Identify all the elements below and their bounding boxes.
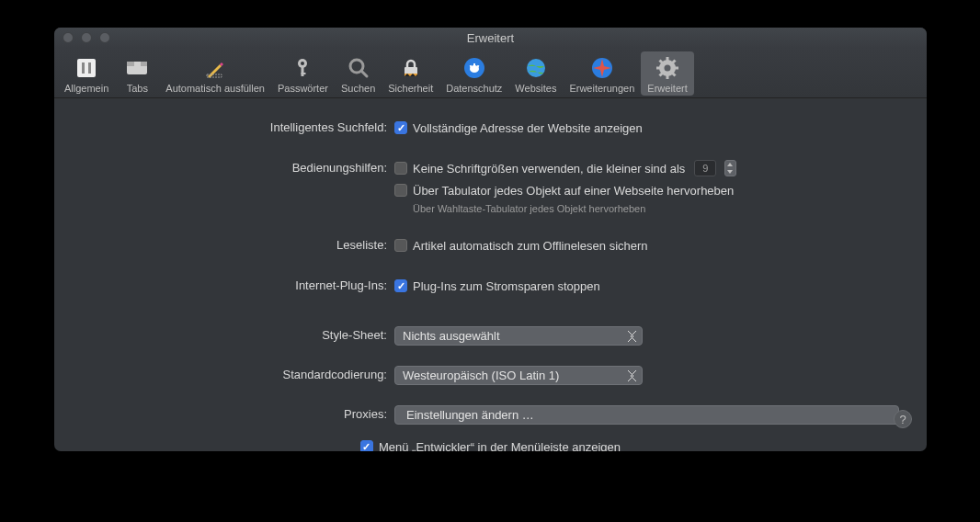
preferences-window: Erweitert Allgemein Tabs Automatisch aus… — [54, 28, 927, 451]
search-icon — [346, 55, 371, 81]
svg-rect-27 — [674, 67, 678, 70]
min-font-checkbox[interactable] — [394, 162, 407, 175]
svg-rect-9 — [302, 67, 304, 76]
content-pane: Intelligentes Suchfeld: Vollständige Adr… — [54, 98, 927, 441]
autofill-icon — [202, 55, 228, 81]
encoding-value: Westeuropäisch (ISO Latin 1) — [403, 369, 559, 382]
privacy-icon — [462, 55, 487, 81]
svg-rect-16 — [473, 63, 475, 67]
svg-rect-26 — [656, 67, 661, 70]
tab-label: Websites — [515, 83, 556, 94]
power-save-checkbox[interactable] — [394, 279, 407, 292]
svg-point-23 — [665, 65, 671, 72]
tab-autofill[interactable]: Automatisch ausfüllen — [159, 51, 271, 96]
smart-search-label: Intelligentes Suchfeld: — [82, 119, 394, 134]
globe-icon — [523, 55, 549, 81]
tab-label: Erweiterungen — [569, 83, 634, 94]
min-font-value[interactable]: 9 — [694, 160, 716, 176]
help-label: ? — [899, 413, 906, 426]
svg-rect-25 — [667, 74, 669, 79]
plugins-label: Internet-Plug-Ins: — [82, 277, 394, 292]
tab-label: Automatisch ausfüllen — [165, 83, 265, 94]
tab-websites[interactable]: Websites — [508, 51, 563, 96]
extensions-icon — [589, 55, 615, 81]
stylesheet-value: Nichts ausgewählt — [403, 329, 500, 343]
tab-advanced[interactable]: Erweitert — [641, 51, 693, 96]
accessibility-label: Bedienungshilfen: — [82, 159, 394, 175]
svg-rect-2 — [88, 62, 91, 74]
svg-rect-10 — [302, 73, 306, 74]
tab-search[interactable]: Suchen — [335, 51, 382, 96]
tab-highlight-checkbox[interactable] — [394, 184, 407, 197]
tab-label: Datenschutz — [446, 83, 502, 94]
svg-rect-1 — [82, 62, 85, 74]
toolbar: Allgemein Tabs Automatisch ausfüllen Pas… — [54, 48, 927, 98]
tabs-icon — [124, 55, 150, 81]
minimize-button[interactable] — [81, 32, 92, 43]
tab-label: Suchen — [341, 83, 375, 94]
titlebar: Erweitert — [54, 28, 927, 48]
tab-security[interactable]: Sicherheit — [382, 51, 439, 96]
gear-icon — [655, 55, 680, 81]
tab-label: Sicherheit — [388, 83, 433, 94]
tab-passwords[interactable]: Passwörter — [271, 51, 335, 96]
tab-privacy[interactable]: Datenschutz — [439, 51, 508, 96]
encoding-label: Standardcodierung: — [82, 366, 394, 381]
tab-label: Erweitert — [647, 83, 687, 94]
svg-point-19 — [527, 59, 545, 77]
proxies-button[interactable]: Einstellungen ändern … — [394, 405, 899, 425]
tab-tabs[interactable]: Tabs — [115, 51, 159, 96]
tab-label: Allgemein — [64, 83, 108, 94]
dev-menu-text: Menü „Entwickler“ in der Menüleiste anze… — [379, 440, 621, 452]
reading-list-label: Leseliste: — [82, 236, 394, 252]
svg-line-12 — [361, 71, 367, 76]
key-icon — [290, 55, 315, 81]
encoding-dropdown[interactable]: Westeuropäisch (ISO Latin 1) — [394, 366, 643, 385]
svg-rect-24 — [667, 57, 669, 62]
tab-label: Passwörter — [278, 83, 328, 94]
min-font-text: Keine Schriftgrößen verwenden, die klein… — [413, 162, 685, 176]
tab-general[interactable]: Allgemein — [58, 51, 115, 96]
window-title: Erweitert — [54, 31, 927, 45]
lock-icon — [398, 55, 424, 81]
svg-rect-0 — [77, 59, 96, 77]
stylesheet-dropdown[interactable]: Nichts ausgewählt — [394, 326, 643, 346]
tab-hint: Über Wahltaste-Tabulator jedes Objekt he… — [394, 203, 899, 214]
show-full-address-checkbox[interactable] — [394, 121, 407, 134]
help-button[interactable]: ? — [894, 410, 912, 428]
offline-checkbox[interactable] — [394, 239, 407, 252]
power-save-text: Plug-Ins zum Stromsparen stoppen — [413, 279, 600, 293]
dev-menu-checkbox[interactable] — [360, 440, 373, 451]
stylesheet-label: Style-Sheet: — [82, 326, 394, 342]
offline-text: Artikel automatisch zum Offlinelesen sic… — [413, 239, 648, 253]
zoom-button[interactable] — [99, 32, 110, 43]
svg-rect-5 — [134, 62, 141, 66]
tab-label: Tabs — [127, 83, 148, 94]
proxies-label: Proxies: — [82, 405, 394, 421]
general-icon — [74, 55, 99, 81]
tab-extensions[interactable]: Erweiterungen — [563, 51, 641, 96]
tab-highlight-text: Über Tabulator jedes Objekt auf einer We… — [413, 184, 734, 198]
show-full-address-text: Vollständige Adresse der Website anzeige… — [413, 121, 643, 135]
svg-point-8 — [301, 62, 304, 65]
proxies-button-label: Einstellungen ändern … — [406, 408, 534, 422]
window-controls — [54, 32, 110, 43]
min-font-stepper[interactable] — [724, 160, 736, 176]
close-button[interactable] — [63, 32, 74, 43]
